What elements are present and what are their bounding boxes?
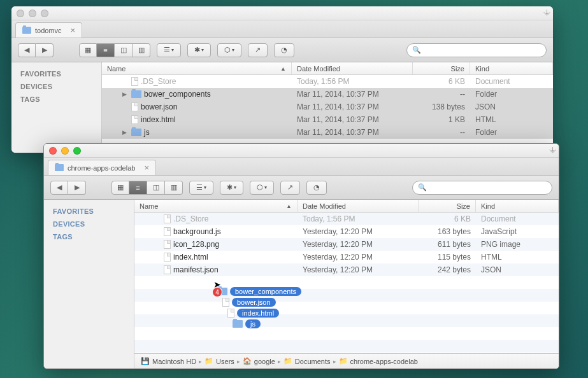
close-tab-icon[interactable]: × (144, 163, 149, 172)
path-icon: 🏠 (243, 357, 252, 365)
forward-button[interactable]: ▶ (68, 181, 86, 195)
col-header-kind[interactable]: Kind (470, 62, 553, 74)
file-name: manifest.json (173, 265, 219, 274)
file-size: 138 bytes (413, 102, 470, 111)
zoom-icon[interactable] (41, 10, 48, 17)
file-size: 242 bytes (419, 265, 476, 274)
view-columns-button[interactable]: ◫ (147, 181, 165, 195)
search-box[interactable]: 🔍 (412, 181, 552, 195)
file-date: Mar 11, 2014, 10:37 PM (292, 102, 413, 111)
sidebar-favorites[interactable]: FAVORITES (44, 205, 134, 218)
sidebar-tags[interactable]: TAGS (44, 230, 134, 243)
file-row[interactable]: ▶jsMar 11, 2014, 10:37 PM--Folder (102, 126, 553, 139)
arrange-button[interactable]: ☰ ▾ (189, 181, 213, 195)
file-row[interactable]: bower.jsonMar 11, 2014, 10:37 PM138 byte… (102, 101, 553, 113)
col-header-size[interactable]: Size (413, 62, 470, 74)
file-row[interactable]: index.htmlMar 11, 2014, 10:37 PM1 KBHTML (102, 113, 553, 126)
close-icon[interactable] (17, 10, 24, 17)
disclosure-icon[interactable]: ▶ (122, 91, 129, 97)
col-header-kind[interactable]: Kind (476, 200, 559, 212)
view-columns-button[interactable]: ◫ (115, 43, 133, 57)
tab-todomvc[interactable]: todomvc × (15, 22, 82, 38)
fullscreen-icon[interactable]: ⇲ (542, 8, 550, 17)
path-segment[interactable]: 🏠google (243, 357, 275, 365)
path-label: Documents (295, 358, 331, 365)
file-kind: JSON (470, 102, 553, 111)
document-icon (164, 253, 171, 262)
content-area: Name▲ Date Modified Size Kind .DS_StoreT… (102, 62, 553, 153)
close-tab-icon[interactable]: × (71, 25, 76, 35)
file-kind: Folder (470, 90, 553, 99)
minimize-icon[interactable] (29, 10, 36, 17)
fullscreen-icon[interactable]: ⇲ (548, 146, 556, 154)
file-row[interactable]: index.htmlYesterday, 12:20 PM115 bytesHT… (134, 251, 559, 263)
close-icon[interactable] (49, 147, 57, 155)
path-icon: 💾 (141, 357, 150, 365)
path-separator-icon: ▸ (237, 358, 240, 365)
search-input[interactable] (424, 46, 541, 54)
tags-button[interactable]: ◔ (306, 181, 327, 195)
back-button[interactable]: ◀ (50, 181, 68, 195)
view-list-button[interactable]: ≡ (129, 181, 147, 195)
tags-button[interactable]: ◔ (274, 43, 294, 57)
sidebar-favorites[interactable]: FAVORITES (11, 67, 101, 80)
file-row[interactable]: ▶bower_componentsMar 11, 2014, 10:37 PM-… (102, 88, 553, 101)
share-button[interactable]: ↗ (280, 181, 300, 195)
folder-icon (131, 129, 141, 136)
tab-chrome-apps[interactable]: chrome-apps-codelab × (48, 160, 156, 175)
file-name: bower.json (141, 102, 177, 111)
file-row[interactable]: background.jsYesterday, 12:20 PM163 byte… (134, 225, 559, 238)
file-kind: Document (476, 214, 559, 223)
dropbox-button[interactable]: ⬡ ▾ (250, 181, 274, 195)
action-button[interactable]: ✱ ▾ (187, 43, 211, 57)
minimize-icon[interactable] (61, 147, 69, 155)
view-mode-group: ▦ ≡ ◫ ▥ (111, 181, 183, 195)
file-row[interactable]: manifest.jsonYesterday, 12:20 PM242 byte… (134, 263, 559, 276)
document-icon (164, 240, 171, 249)
file-row[interactable]: .DS_StoreToday, 1:56 PM6 KBDocument (134, 213, 559, 225)
path-segment[interactable]: 💾Macintosh HD (141, 357, 196, 365)
search-box[interactable]: 🔍 (406, 43, 547, 57)
col-header-name[interactable]: Name▲ (134, 200, 298, 212)
path-segment[interactable]: 📁Documents (283, 357, 331, 365)
arrange-button[interactable]: ☰ ▾ (157, 43, 181, 57)
sidebar-devices[interactable]: DEVICES (44, 218, 134, 230)
share-button[interactable]: ↗ (248, 43, 268, 57)
path-separator-icon: ▸ (199, 358, 202, 365)
view-list-button[interactable]: ≡ (97, 43, 115, 57)
view-coverflow-button[interactable]: ▥ (133, 43, 150, 57)
folder-icon (131, 90, 141, 98)
forward-button[interactable]: ▶ (36, 43, 54, 57)
empty-row (134, 327, 559, 340)
titlebar[interactable]: ⇲ (11, 6, 553, 20)
file-row[interactable]: icon_128.pngYesterday, 12:20 PM611 bytes… (134, 238, 559, 251)
view-icons-button[interactable]: ▦ (79, 43, 97, 57)
file-row[interactable]: .DS_StoreToday, 1:56 PM6 KBDocument (102, 75, 553, 88)
file-list[interactable]: .DS_StoreToday, 1:56 PM6 KBDocumentbackg… (134, 213, 559, 353)
zoom-icon[interactable] (73, 147, 81, 155)
sidebar-devices[interactable]: DEVICES (11, 80, 101, 93)
dropbox-button[interactable]: ⬡ ▾ (217, 43, 241, 57)
disclosure-icon[interactable]: ▶ (122, 129, 129, 136)
col-header-date[interactable]: Date Modified (298, 200, 419, 212)
path-bar: 💾Macintosh HD▸📁Users▸🏠google▸📁Documents▸… (134, 353, 559, 368)
document-icon (164, 265, 171, 274)
col-header-name[interactable]: Name▲ (102, 62, 292, 74)
search-icon: 🔍 (418, 183, 427, 192)
path-segment[interactable]: 📁chrome-apps-codelab (339, 357, 418, 365)
sidebar: FAVORITES DEVICES TAGS (11, 62, 102, 153)
file-date: Mar 11, 2014, 10:37 PM (292, 90, 413, 99)
view-icons-button[interactable]: ▦ (111, 181, 129, 195)
action-button[interactable]: ✱ ▾ (220, 181, 243, 195)
path-segment[interactable]: 📁Users (204, 357, 234, 365)
finder-window-back: ⇲ todomvc × ◀ ▶ ▦ ≡ ◫ ▥ ☰ ▾ ✱ ▾ ⬡ ▾ ↗ ◔ … (11, 6, 553, 153)
view-coverflow-button[interactable]: ▥ (165, 181, 183, 195)
search-icon: 🔍 (412, 46, 421, 54)
col-header-date[interactable]: Date Modified (292, 62, 413, 74)
file-list[interactable]: .DS_StoreToday, 1:56 PM6 KBDocument▶bowe… (102, 75, 553, 153)
titlebar[interactable]: ⇲ (44, 144, 559, 158)
col-header-size[interactable]: Size (419, 200, 476, 212)
back-button[interactable]: ◀ (18, 43, 36, 57)
sidebar-tags[interactable]: TAGS (11, 93, 101, 106)
search-input[interactable] (429, 184, 547, 192)
